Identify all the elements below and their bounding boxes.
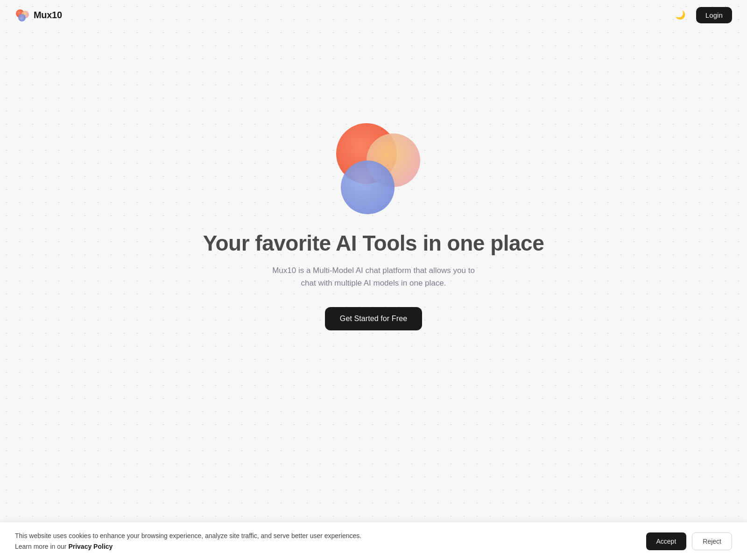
logo-text: Mux10 bbox=[34, 10, 62, 21]
navbar: Mux10 🌙 Login bbox=[0, 0, 747, 30]
cookie-message-line1: This website uses cookies to enhance you… bbox=[15, 532, 361, 539]
circle-blue bbox=[341, 161, 395, 214]
moon-icon: 🌙 bbox=[675, 10, 685, 20]
reject-button[interactable]: Reject bbox=[692, 532, 732, 550]
hero-illustration bbox=[327, 123, 420, 214]
main-content: Your favorite AI Tools in one place Mux1… bbox=[0, 30, 747, 330]
cookie-text: This website uses cookies to enhance you… bbox=[15, 531, 361, 552]
logo[interactable]: Mux10 bbox=[15, 7, 62, 22]
privacy-policy-link[interactable]: Privacy Policy bbox=[68, 543, 113, 550]
hero-headline: Your favorite AI Tools in one place bbox=[203, 231, 544, 256]
svg-point-2 bbox=[18, 14, 26, 21]
navbar-right: 🌙 Login bbox=[672, 7, 732, 23]
logo-icon bbox=[15, 7, 30, 22]
cookie-banner: This website uses cookies to enhance you… bbox=[0, 522, 747, 560]
cta-button[interactable]: Get Started for Free bbox=[325, 307, 422, 330]
cookie-message-line2: Learn more in our bbox=[15, 543, 68, 550]
login-button[interactable]: Login bbox=[696, 7, 732, 23]
dark-mode-toggle[interactable]: 🌙 bbox=[672, 7, 689, 23]
hero-subheadline: Mux10 is a Multi-Model AI chat platform … bbox=[271, 264, 476, 289]
accept-button[interactable]: Accept bbox=[646, 532, 687, 550]
cookie-buttons: Accept Reject bbox=[646, 532, 733, 550]
